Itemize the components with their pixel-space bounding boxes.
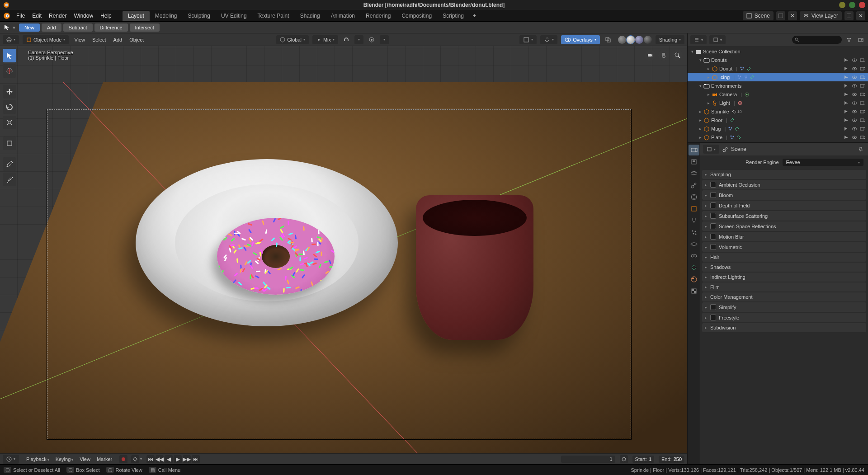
editor-type-dropdown[interactable]: ▾ bbox=[3, 35, 19, 44]
minimize-button[interactable] bbox=[839, 2, 845, 8]
current-frame-field[interactable]: 1 bbox=[561, 456, 615, 463]
gizmo-dropdown[interactable]: ▾ bbox=[540, 35, 557, 44]
menu-view[interactable]: View bbox=[72, 36, 87, 43]
section-checkbox[interactable] bbox=[710, 182, 716, 188]
section-color-management[interactable]: ▸Color Management bbox=[702, 292, 866, 301]
section-checkbox[interactable] bbox=[710, 315, 716, 320]
display-mode-dropdown[interactable]: ▾ bbox=[709, 35, 726, 44]
section-depth-of-field[interactable]: ▸Depth of Field bbox=[702, 201, 866, 210]
shading-wireframe[interactable] bbox=[618, 36, 626, 44]
tree-row-plate[interactable]: ▸Plate| bbox=[688, 133, 868, 141]
toggle-render[interactable] bbox=[859, 99, 866, 107]
toggle-select[interactable] bbox=[843, 108, 850, 115]
workspace-layout[interactable]: Layout bbox=[123, 11, 150, 21]
workspace-texture-paint[interactable]: Texture Paint bbox=[252, 11, 295, 21]
toggle-render[interactable] bbox=[859, 91, 866, 98]
workspace-add[interactable]: + bbox=[469, 11, 480, 21]
toggle-select[interactable] bbox=[843, 91, 850, 98]
auto-key-toggle[interactable] bbox=[119, 455, 127, 463]
toggle-render[interactable] bbox=[859, 134, 866, 141]
play-reverse[interactable]: ◀ bbox=[165, 455, 173, 463]
section-volumetric[interactable]: ▸Volumetric bbox=[702, 242, 866, 252]
section-checkbox[interactable] bbox=[710, 304, 716, 310]
toggle-select[interactable] bbox=[843, 82, 850, 89]
tree-row-icing[interactable]: ▸Icing| bbox=[688, 73, 868, 81]
menu-render[interactable]: Render bbox=[45, 11, 70, 21]
tab-physics[interactable] bbox=[689, 239, 699, 249]
start-frame-field[interactable]: Start: 1 bbox=[632, 456, 654, 463]
prop-edit-dropdown[interactable]: ▾ bbox=[380, 35, 389, 44]
tab-render[interactable] bbox=[689, 145, 699, 155]
tree-row-donut[interactable]: ▸Donut| bbox=[688, 64, 868, 73]
section-checkbox[interactable] bbox=[710, 234, 716, 240]
tree-row-donuts[interactable]: ▾Donuts bbox=[688, 56, 868, 64]
tab-viewlayer[interactable] bbox=[689, 168, 699, 179]
workspace-sculpting[interactable]: Sculpting bbox=[183, 11, 216, 21]
outliner-search[interactable] bbox=[792, 36, 842, 44]
menu-edit[interactable]: Edit bbox=[28, 11, 45, 21]
shading-solid[interactable] bbox=[627, 36, 635, 44]
scene-delete-button[interactable]: ✕ bbox=[788, 11, 797, 20]
timeline-menu-marker[interactable]: Marker bbox=[94, 456, 115, 463]
section-shadows[interactable]: ▸Shadows bbox=[702, 263, 866, 272]
toggle-render[interactable] bbox=[859, 56, 866, 64]
close-button[interactable] bbox=[859, 2, 865, 8]
toggle-render[interactable] bbox=[859, 108, 866, 115]
tree-row-sprinkle[interactable]: ▸Sprinkle10 bbox=[688, 107, 868, 116]
tab-object[interactable] bbox=[689, 203, 699, 214]
filter-button[interactable] bbox=[844, 35, 854, 44]
section-bloom[interactable]: ▸Bloom bbox=[702, 190, 866, 200]
tree-row-scene-collection[interactable]: ▾Scene Collection bbox=[688, 47, 868, 56]
tool-select-box[interactable] bbox=[3, 49, 16, 62]
xray-toggle[interactable] bbox=[604, 35, 613, 44]
tab-material[interactable] bbox=[689, 274, 699, 285]
section-freestyle[interactable]: ▸Freestyle bbox=[702, 313, 866, 322]
menu-select[interactable]: Select bbox=[90, 36, 108, 43]
search-input[interactable] bbox=[799, 37, 839, 42]
bool-intersect[interactable]: Intersect bbox=[130, 24, 160, 32]
tree-row-floor[interactable]: ▸Floor| bbox=[688, 116, 868, 124]
toggle-select[interactable] bbox=[843, 65, 850, 72]
section-sampling[interactable]: ▸Sampling bbox=[702, 170, 866, 179]
toggle-visibility[interactable] bbox=[851, 74, 858, 81]
tab-mesh[interactable] bbox=[689, 262, 699, 273]
scene-new-button[interactable] bbox=[776, 11, 785, 20]
bool-subtract[interactable]: Subtract bbox=[63, 24, 93, 32]
tool-rotate[interactable] bbox=[3, 100, 16, 114]
tool-move[interactable] bbox=[3, 85, 16, 99]
timeline-menu-keying[interactable]: Keying▾ bbox=[53, 456, 76, 463]
mode-dropdown[interactable]: Object Mode ▾ bbox=[23, 35, 69, 44]
shading-lookdev[interactable] bbox=[635, 36, 643, 44]
3d-viewport[interactable]: Camera Perspective (1) Sprinkle | Floor bbox=[0, 46, 687, 453]
keyframe-type[interactable] bbox=[131, 455, 139, 463]
overlays-dropdown[interactable]: Overlays ▾ bbox=[561, 35, 599, 44]
play[interactable]: ▶ bbox=[174, 455, 182, 463]
workspace-rendering[interactable]: Rendering bbox=[360, 11, 396, 21]
tree-row-environments[interactable]: ▾Environments bbox=[688, 81, 868, 90]
menu-add[interactable]: Add bbox=[112, 36, 124, 43]
section-subsurface-scattering[interactable]: ▸Subsurface Scattering bbox=[702, 211, 866, 221]
menu-window[interactable]: Window bbox=[70, 11, 97, 21]
toggle-visibility[interactable] bbox=[851, 82, 858, 89]
nav-pan[interactable] bbox=[658, 50, 669, 61]
toggle-visibility[interactable] bbox=[851, 125, 858, 132]
toggle-render[interactable] bbox=[859, 125, 866, 132]
section-motion-blur[interactable]: ▸Motion Blur bbox=[702, 232, 866, 241]
menu-help[interactable]: Help bbox=[97, 11, 115, 21]
workspace-animation[interactable]: Animation bbox=[326, 11, 360, 21]
toggle-render[interactable] bbox=[859, 65, 866, 72]
tab-texture[interactable] bbox=[689, 286, 699, 296]
toggle-visibility[interactable] bbox=[851, 65, 858, 72]
render-engine-dropdown[interactable]: Eevee ▾ bbox=[783, 159, 864, 166]
section-film[interactable]: ▸Film bbox=[702, 282, 866, 292]
shading-dropdown[interactable]: Shading ▾ bbox=[656, 35, 684, 44]
maximize-button[interactable] bbox=[849, 2, 855, 8]
tab-output[interactable] bbox=[689, 156, 699, 167]
timeline-menu-playback[interactable]: Playback▾ bbox=[24, 456, 52, 463]
section-checkbox[interactable] bbox=[710, 213, 716, 219]
toggle-select[interactable] bbox=[843, 125, 850, 132]
timeline-menu-view[interactable]: View bbox=[77, 456, 93, 463]
properties-editor-type[interactable]: ▾ bbox=[703, 145, 719, 154]
nav-zoom[interactable] bbox=[672, 50, 683, 61]
tool-annotate[interactable] bbox=[3, 157, 16, 171]
